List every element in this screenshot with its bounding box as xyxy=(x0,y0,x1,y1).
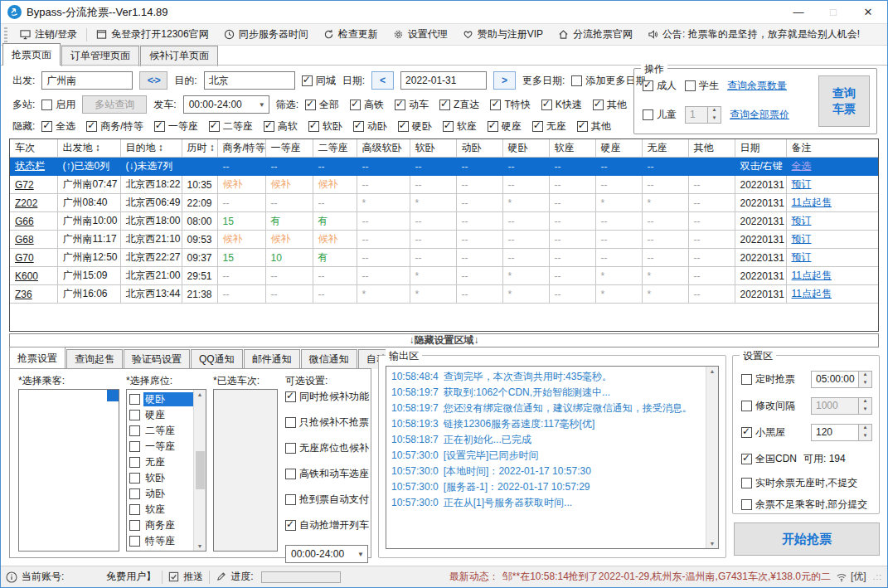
action-link[interactable]: 11点起售 xyxy=(792,288,832,299)
col-second-class[interactable]: 二等座 xyxy=(313,139,357,158)
seat-option[interactable]: ✓ 硬卧 xyxy=(129,391,193,407)
menu-proxy[interactable]: 设置代理 xyxy=(386,25,455,45)
col-hard-sleeper[interactable]: 硬卧 xyxy=(502,139,549,158)
scroll-down-icon[interactable]: ▼ xyxy=(710,541,716,547)
cdn-checkbox[interactable]: ✓ 全国CDN xyxy=(741,452,797,466)
col-date[interactable]: 日期 xyxy=(735,139,786,158)
hide-seat-checkbox[interactable]: ✓ 二等座 xyxy=(209,119,253,134)
seat-list-scrollbar[interactable]: ▲ ▼ xyxy=(193,390,206,551)
col-business[interactable]: 商务/特等 xyxy=(217,139,265,158)
multi-enable-checkbox[interactable]: ✓ 启用 xyxy=(41,98,75,112)
page-tab[interactable]: 候补订单页面 xyxy=(140,46,218,66)
settings-tab[interactable]: 查询起售 xyxy=(66,349,123,369)
train-type-checkbox[interactable]: ✓ T特快 xyxy=(490,98,530,112)
train-type-checkbox[interactable]: ✓ 高铁 xyxy=(350,98,384,112)
settings-tab[interactable]: 验证码设置 xyxy=(124,349,190,369)
resize-grip[interactable]: .:: xyxy=(873,572,882,581)
scroll-down-icon[interactable]: ▼ xyxy=(197,543,203,549)
train-row[interactable]: G70 广州南12:50 北京西22:27 09:37 15 10 有 -- -… xyxy=(10,249,878,267)
train-number-link[interactable]: Z36 xyxy=(15,289,32,300)
settings-tab[interactable]: QQ通知 xyxy=(191,349,243,369)
col-soft-seat[interactable]: 软座 xyxy=(549,139,595,158)
menu-logout[interactable]: 注销/登录 xyxy=(12,25,85,45)
blacklist-checkbox[interactable]: ✓ 小黑屋 xyxy=(741,425,785,440)
seat-option[interactable]: ✓ 软座 xyxy=(129,502,193,518)
action-link[interactable]: 预订 xyxy=(792,215,812,226)
hide-seat-checkbox[interactable]: ✓ 软座 xyxy=(443,119,477,134)
grab-option-checkbox[interactable]: ✓ 同时抢候补功能 xyxy=(285,389,368,405)
grab-option-checkbox[interactable]: ✓ 高铁和动车选座 xyxy=(285,466,368,482)
train-row[interactable]: Z202 广州08:40 北京西06:49 22:09 -- -- -- * *… xyxy=(10,194,878,212)
seat-option[interactable]: ✓ 无座 xyxy=(129,454,193,470)
col-standing[interactable]: 无座 xyxy=(642,139,688,158)
dest-input[interactable]: 北京 xyxy=(204,71,295,90)
menu-open-12306[interactable]: 免登录打开12306官网 xyxy=(89,25,216,45)
blacklist-stepper[interactable]: 120 ▲▼ xyxy=(811,424,872,441)
spinner-arrows[interactable]: ▲▼ xyxy=(707,107,721,123)
col-arrive[interactable]: 目的地 ↕ xyxy=(120,139,182,158)
menu-announcement[interactable]: 公告: 抢票靠的是坚持，放弃就是给别人机会! xyxy=(640,25,867,45)
log-scrollbar[interactable]: ▲ ▼ xyxy=(706,367,718,548)
col-depart[interactable]: 出发地 ↕ xyxy=(57,139,120,158)
col-emu-sleeper[interactable]: 动卧 xyxy=(456,139,502,158)
action-link[interactable]: 预订 xyxy=(792,251,812,263)
grab-option-checkbox[interactable]: ✓ 只抢候补不抢票 xyxy=(285,415,368,430)
hide-seat-checkbox[interactable]: ✓ 高软 xyxy=(264,119,298,134)
train-row[interactable]: Z36 广州16:06 北京西13:44 21:38 -- -- -- * * … xyxy=(10,285,878,304)
spinner-arrows[interactable]: ▲▼ xyxy=(858,425,871,440)
start-grab-button[interactable]: 开始抢票 xyxy=(734,522,880,556)
date-input[interactable]: 2022-01-31 xyxy=(400,71,487,90)
hide-seat-checkbox[interactable]: ✓ 软卧 xyxy=(308,119,342,134)
seat-option[interactable]: ✓ 商务座 xyxy=(129,518,193,533)
seat-option[interactable]: ✓ 软卧 xyxy=(129,470,193,486)
menu-vip[interactable]: 赞助与注册VIP xyxy=(455,25,551,45)
train-number-link[interactable]: K600 xyxy=(15,270,38,282)
query-tickets-button[interactable]: 查询 车票 xyxy=(818,75,870,127)
spin-down-icon[interactable]: ▼ xyxy=(708,115,721,124)
settings-tab[interactable]: 微信通知 xyxy=(301,349,357,369)
interval-checkbox[interactable]: ✓ 修改间隔 xyxy=(741,399,795,413)
timed-grab-stepper[interactable]: 05:00:00 ▲▼ xyxy=(811,371,872,388)
scrollbar-thumb[interactable] xyxy=(196,451,205,489)
same-city-checkbox[interactable]: ✓ 同城 xyxy=(302,74,336,88)
train-number-link[interactable]: Z202 xyxy=(15,197,37,209)
scroll-up-icon[interactable]: ▲ xyxy=(710,368,716,374)
spin-up-icon[interactable]: ▲ xyxy=(708,107,721,115)
col-remark[interactable]: 备注 xyxy=(786,139,878,158)
hide-seat-checkbox[interactable]: ✓ 硬座 xyxy=(488,119,522,134)
close-button[interactable]: ✕ xyxy=(862,6,874,18)
col-hard-seat[interactable]: 硬座 xyxy=(595,139,642,158)
interval-stepper[interactable]: 1000 ▲▼ xyxy=(811,397,872,415)
train-type-checkbox[interactable]: ✓ Z直达 xyxy=(439,98,479,112)
passenger-listbox[interactable] xyxy=(18,389,119,552)
settings-tab[interactable]: 抢票设置 xyxy=(9,347,66,368)
hide-seat-checkbox[interactable]: ✓ 全选 xyxy=(41,119,75,134)
child-count-stepper[interactable]: 1 ▲▼ xyxy=(685,106,721,124)
train-row[interactable]: G68 广州南11:17 北京西21:10 09:53 候补 候补 候补 -- … xyxy=(10,231,878,249)
hide-seat-checkbox[interactable]: ✓ 一等座 xyxy=(154,119,198,134)
menu-sync-time[interactable]: 同步服务器时间 xyxy=(216,25,316,45)
col-other[interactable]: 其他 xyxy=(688,139,735,158)
query-remaining-link[interactable]: 查询余票数量 xyxy=(727,79,787,93)
hidden-settings-divider[interactable]: ↓隐藏设置区域↓ xyxy=(9,333,879,347)
date-prev-button[interactable]: < xyxy=(371,71,394,90)
action-link[interactable]: 预订 xyxy=(792,233,812,245)
adult-checkbox[interactable]: ✓ 成人 xyxy=(643,79,677,93)
depart-time-select[interactable]: 00:00-24:00 ▼ xyxy=(183,95,269,114)
grab-option-checkbox[interactable]: ✓ 无座席位也候补 xyxy=(285,440,368,456)
grab-option-checkbox[interactable]: ✓ 抢到票自动支付 xyxy=(285,492,368,508)
settings-tab[interactable]: 邮件通知 xyxy=(244,349,300,369)
date-next-button[interactable]: > xyxy=(493,71,516,90)
minimize-button[interactable]: — xyxy=(793,6,804,18)
train-number-link[interactable]: G68 xyxy=(15,234,34,245)
page-tab[interactable]: 订单管理页面 xyxy=(61,46,139,66)
scroll-up-icon[interactable]: ▲ xyxy=(197,391,203,397)
menu-official-site[interactable]: 分流抢票官网 xyxy=(551,25,640,45)
col-train[interactable]: 车次 xyxy=(10,139,57,158)
push-toggle[interactable]: 推送 xyxy=(168,570,203,584)
timed-grab-checkbox[interactable]: ✓ 定时抢票 xyxy=(741,372,795,386)
action-link[interactable]: 11点起售 xyxy=(792,197,832,208)
train-number-link[interactable]: G66 xyxy=(15,216,34,227)
col-premium-sleeper[interactable]: 高级软卧 xyxy=(357,139,410,158)
query-prices-link[interactable]: 查询全部票价 xyxy=(730,108,789,122)
